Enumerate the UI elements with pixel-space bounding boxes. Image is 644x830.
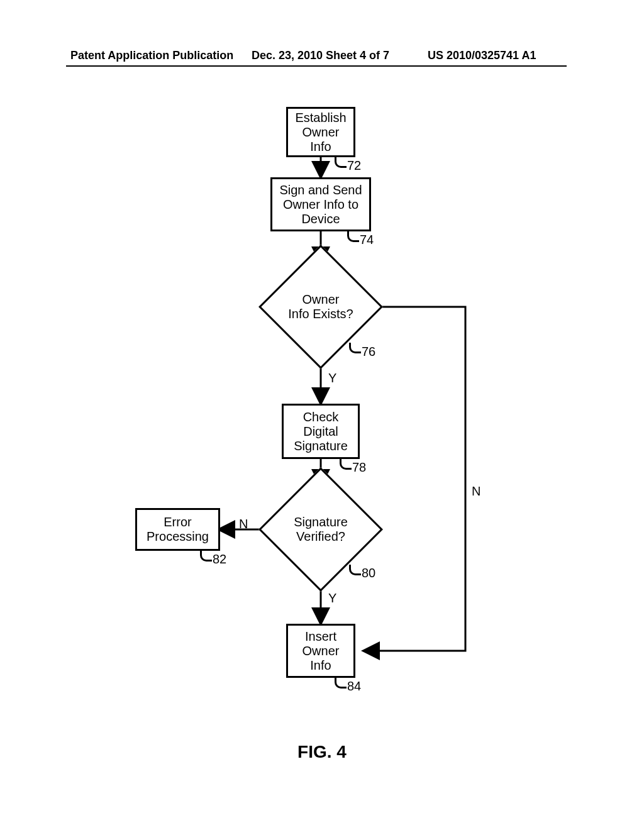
node-label: EstablishOwnerInfo bbox=[295, 111, 346, 154]
ref-number: 80 bbox=[362, 566, 375, 580]
edge-label-yes: Y bbox=[328, 371, 336, 385]
ref-tick-icon bbox=[340, 459, 352, 470]
ref-number: 74 bbox=[360, 233, 374, 247]
node-label: InsertOwnerInfo bbox=[303, 629, 340, 673]
node-signature-verified: SignatureVerified? bbox=[277, 485, 365, 573]
node-label: CheckDigitalSignature bbox=[294, 410, 348, 453]
ref-tick-icon bbox=[349, 565, 361, 575]
ref-tick-icon bbox=[349, 343, 361, 353]
ref-tick-icon bbox=[335, 678, 347, 689]
node-label: Sign and SendOwner Info toDevice bbox=[279, 183, 362, 226]
node-label: SignatureVerified? bbox=[294, 515, 348, 544]
ref-number: 76 bbox=[362, 345, 375, 359]
node-error-processing: ErrorProcessing bbox=[135, 508, 220, 551]
node-sign-and-send: Sign and SendOwner Info toDevice bbox=[270, 177, 371, 231]
node-owner-info-exists: OwnerInfo Exists? bbox=[277, 263, 365, 351]
ref-number: 82 bbox=[213, 552, 226, 567]
ref-number: 84 bbox=[347, 679, 361, 694]
ref-tick-icon bbox=[335, 157, 347, 168]
edge-label-no: N bbox=[239, 517, 248, 531]
ref-number: 72 bbox=[347, 158, 361, 173]
edge-label-yes: Y bbox=[328, 591, 336, 606]
node-label: ErrorProcessing bbox=[147, 515, 209, 544]
ref-tick-icon bbox=[200, 551, 212, 562]
node-check-digital-signature: CheckDigitalSignature bbox=[282, 404, 360, 459]
node-establish-owner-info: EstablishOwnerInfo bbox=[286, 107, 355, 157]
node-label: OwnerInfo Exists? bbox=[288, 292, 353, 321]
ref-tick-icon bbox=[347, 231, 359, 242]
node-insert-owner-info: InsertOwnerInfo bbox=[286, 624, 355, 678]
flowchart: EstablishOwnerInfo 72 Sign and SendOwner… bbox=[0, 0, 644, 830]
edge-label-no: N bbox=[472, 484, 480, 499]
ref-number: 78 bbox=[352, 460, 366, 475]
figure-caption: FIG. 4 bbox=[0, 742, 644, 762]
